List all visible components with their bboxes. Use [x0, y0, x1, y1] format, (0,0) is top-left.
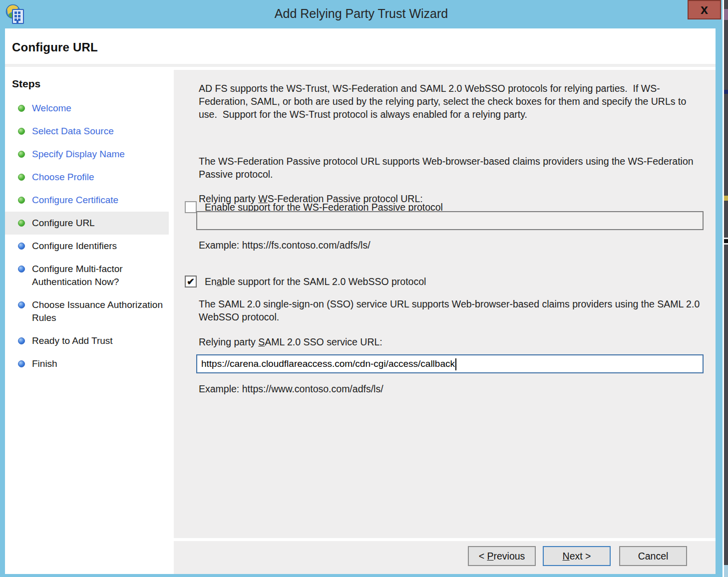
next-button[interactable]: Next >: [543, 546, 611, 566]
step-status-icon: [18, 128, 25, 135]
step-status-icon: [18, 301, 25, 308]
intro-text: AD FS supports the WS-Trust, WS-Federati…: [199, 82, 706, 121]
sidebar-step-item: Ready to Add Trust: [5, 329, 169, 352]
screen: Add Relying Party Trust Wizard x Configu…: [0, 0, 728, 577]
saml-url-label: Relying party SAML 2.0 SSO service URL:: [199, 336, 382, 348]
sidebar-step-item: Configure Identifiers: [5, 235, 169, 258]
close-icon[interactable]: x: [688, 0, 721, 19]
background-artifact: [724, 238, 728, 245]
sidebar-step-item: Configure Multi-factor Authentication No…: [5, 258, 169, 293]
wsfed-description: The WS-Federation Passive protocol URL s…: [199, 155, 706, 181]
sidebar-step-item[interactable]: Select Data Source: [5, 120, 169, 143]
steps-sidebar: Steps Welcome Select Data Source Specify…: [5, 70, 169, 574]
window-border-right: [716, 28, 723, 577]
button-bar: < Previous Next > Cancel: [174, 541, 716, 574]
saml-example-text: Example: https://www.contoso.com/adfs/ls…: [199, 383, 383, 395]
step-label: Finish: [32, 357, 57, 370]
sidebar-step-item: Finish: [5, 352, 169, 375]
step-label: Configure Certificate: [32, 194, 118, 207]
sidebar-step-item[interactable]: Specify Display Name: [5, 143, 169, 166]
saml-checkbox[interactable]: ✔: [185, 276, 197, 288]
sidebar-step-item[interactable]: Welcome: [5, 97, 169, 120]
background-artifact: [724, 90, 728, 94]
step-status-icon: [18, 220, 25, 227]
step-status-icon: [18, 266, 25, 273]
saml-url-input[interactable]: https://carena.cloudflareaccess.com/cdn-…: [196, 354, 704, 373]
saml-checkbox-row: ✔ Enable support for the SAML 2.0 WebSSO…: [185, 276, 426, 288]
step-list: Welcome Select Data Source Specify Displ…: [5, 97, 169, 375]
background-window-edge: [723, 0, 728, 577]
step-status-icon: [18, 337, 25, 344]
sidebar-step-item: Configure URL: [5, 212, 169, 235]
cancel-button[interactable]: Cancel: [619, 546, 687, 566]
step-label: Choose Profile: [32, 171, 94, 184]
sidebar-step-item[interactable]: Choose Profile: [5, 166, 169, 189]
main-content: AD FS supports the WS-Trust, WS-Federati…: [174, 70, 716, 538]
saml-description: The SAML 2.0 single-sign-on (SSO) servic…: [199, 297, 706, 323]
background-artifact: [724, 196, 728, 201]
page-header: Configure URL: [5, 28, 716, 67]
step-status-icon: [18, 105, 25, 112]
window-border-bottom: [0, 574, 723, 577]
step-status-icon: [18, 151, 25, 158]
sidebar-step-item[interactable]: Configure Certificate: [5, 189, 169, 212]
step-label: Configure Multi-factor Authentication No…: [32, 263, 165, 288]
step-label: Select Data Source: [32, 125, 114, 138]
window-border-left: [0, 28, 5, 577]
background-artifact: [724, 565, 728, 577]
background-artifact: [724, 9, 728, 20]
step-label: Ready to Add Trust: [32, 334, 113, 347]
step-label: Choose Issuance Authorization Rules: [32, 298, 165, 324]
title-bar[interactable]: Add Relying Party Trust Wizard x: [0, 0, 723, 28]
step-status-icon: [18, 243, 25, 250]
text-cursor: [455, 358, 456, 370]
background-window-edge-dark: [724, 0, 728, 565]
step-label: Specify Display Name: [32, 148, 125, 161]
wsfed-url-label: Relying party WS-Federation Passive prot…: [199, 193, 423, 205]
sidebar-step-item: Choose Issuance Authorization Rules: [5, 293, 169, 329]
steps-heading: Steps: [5, 75, 169, 97]
window-title: Add Relying Party Trust Wizard: [0, 0, 723, 28]
wsfed-checkbox[interactable]: [185, 201, 197, 213]
page-title: Configure URL: [12, 40, 98, 54]
step-label: Configure URL: [32, 217, 95, 230]
step-label: Configure Identifiers: [32, 240, 117, 253]
step-status-icon: [18, 197, 25, 204]
wsfed-url-input[interactable]: [196, 211, 704, 230]
step-label: Welcome: [32, 102, 71, 115]
step-status-icon: [18, 174, 25, 181]
previous-button[interactable]: < Previous: [468, 546, 536, 566]
wsfed-example-text: Example: https://fs.contoso.com/adfs/ls/: [199, 240, 370, 251]
step-status-icon: [18, 360, 25, 367]
wizard-window: Add Relying Party Trust Wizard x Configu…: [0, 0, 723, 577]
saml-checkbox-label: Enable support for the SAML 2.0 WebSSO p…: [205, 276, 426, 288]
